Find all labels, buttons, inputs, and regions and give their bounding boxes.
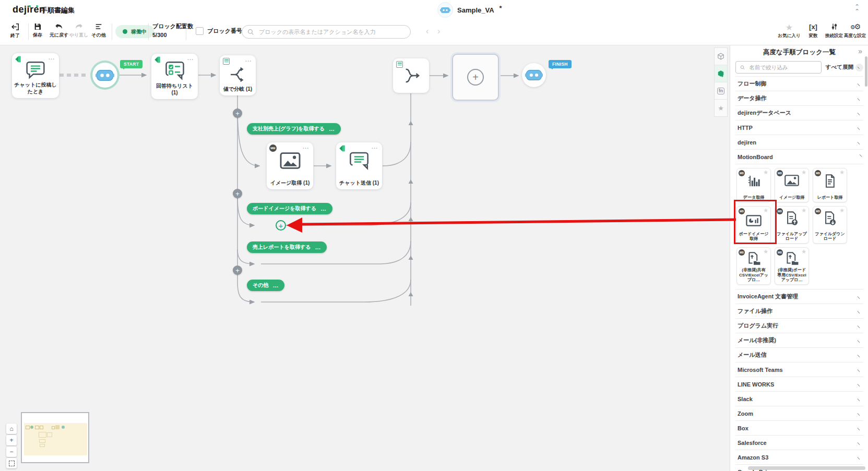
node-placeholder-selected[interactable]: + (452, 54, 499, 101)
exit-button[interactable]: 終了 (3, 22, 27, 39)
tile-file-download[interactable]: MB★ ファイルダウンロード (813, 206, 847, 244)
merge-icon (393, 67, 429, 84)
branch-pill-board-image[interactable]: ボードイメージを取得する… (247, 203, 332, 214)
next-result-icon[interactable]: › (437, 27, 440, 36)
rail-tab-favorites[interactable]: ★ (715, 100, 727, 116)
panel-search-input[interactable] (748, 64, 817, 71)
workflow-name: Sample_VA (457, 6, 494, 14)
chevron-down-icon (857, 367, 862, 372)
search-icon (740, 65, 745, 70)
panel-search (735, 61, 822, 74)
node-branch[interactable]: … 値で分岐 (1) (220, 55, 256, 95)
minimap[interactable] (21, 412, 89, 463)
pill-menu-icon[interactable]: … (320, 206, 327, 212)
pill-menu-icon[interactable]: … (315, 244, 321, 250)
panel-scrollbar-vertical[interactable] (865, 56, 867, 87)
category-http[interactable]: HTTP (735, 120, 863, 135)
chevron-down-icon (857, 426, 862, 430)
block-count-value: 5/300 (152, 31, 193, 40)
star-icon: ★ (718, 104, 724, 112)
tile-report-get[interactable]: MB★ レポート取得 (813, 168, 847, 202)
prev-result-icon[interactable]: ‹ (426, 27, 429, 36)
placeholder-plus-icon[interactable]: + (467, 69, 484, 86)
canvas-home-button[interactable]: ⌂ (6, 424, 17, 434)
category-slack[interactable]: Slack (735, 392, 863, 406)
expand-all-button[interactable]: すべて展開 (826, 64, 863, 71)
chevron-down-icon (857, 309, 862, 313)
branch-pill-other[interactable]: その他… (247, 280, 284, 291)
chevron-down-icon (857, 396, 862, 401)
tile-image-get[interactable]: MB★ イメージ取得 (775, 168, 809, 202)
star-icon[interactable]: ★ (763, 207, 768, 214)
panel-collapse-icon[interactable]: » (858, 47, 862, 55)
redo-icon (74, 22, 84, 31)
add-block-node[interactable]: + (233, 189, 242, 198)
insert-block-target[interactable]: + (276, 220, 286, 231)
category-invoiceagent[interactable]: InvoiceAgent 文書管理 (735, 289, 863, 304)
advanced-settings-button[interactable]: ⚙⚙ 高度な設定 (841, 22, 868, 39)
node-image-get[interactable]: MB … イメージ取得 (1) (267, 142, 313, 189)
block-number-search-checkbox[interactable] (196, 27, 204, 35)
block-count: ブロック配置数 5/300 (152, 22, 193, 40)
category-program-exec[interactable]: プログラム実行 (735, 319, 863, 333)
csv-upload-icon (737, 251, 770, 266)
category-zoom[interactable]: Zoom (735, 406, 863, 421)
node-merge[interactable] (393, 58, 429, 93)
node-chat-send[interactable]: … チャット送信 (1) (336, 142, 382, 189)
node-wait-list[interactable]: … 回答待ちリスト (1) (151, 54, 198, 99)
add-block-node[interactable]: + (233, 265, 242, 275)
node-menu-icon[interactable]: … (245, 55, 252, 63)
branch-pill-sales-report[interactable]: 売上レポートを取得する… (247, 241, 327, 253)
node-chat-trigger[interactable]: … チャットに投稿したとき (12, 53, 59, 98)
category-amazon-s3[interactable]: Amazon S3 (735, 450, 863, 465)
node-menu-icon[interactable]: … (371, 142, 378, 150)
chevron-down-icon (857, 81, 862, 86)
favorite-button[interactable]: ★ お気に入り (776, 22, 803, 39)
rail-tab-advanced-blocks[interactable] (715, 65, 727, 82)
category-file-ops[interactable]: ファイル操作 (735, 304, 863, 319)
zoom-in-button[interactable]: + (6, 435, 17, 445)
more-button[interactable]: その他 (87, 22, 111, 39)
category-flow-control[interactable]: フロー制御 (735, 77, 863, 91)
branch-pill-sales-graph[interactable]: 支社別売上(グラフ)を取得する… (247, 123, 341, 135)
block-search-input[interactable] (258, 28, 405, 35)
exit-icon (11, 22, 20, 31)
tile-file-upload[interactable]: MB★ ファイルアップロード (775, 206, 809, 244)
undo-icon (54, 22, 64, 31)
rail-tab-blocks[interactable] (715, 48, 727, 65)
pill-menu-icon[interactable]: … (272, 282, 279, 288)
category-dejiren[interactable]: dejiren (735, 135, 863, 150)
category-mail-deprecated[interactable]: メール(非推奨) (735, 333, 863, 348)
collapse-header-icon[interactable]: ⌃⌃ (854, 5, 860, 14)
node-menu-icon[interactable]: … (302, 142, 310, 150)
status-dot-icon (123, 29, 127, 34)
tile-data-get[interactable]: MB★ データ取得 (736, 168, 771, 202)
tile-shared-csv-excel-upload[interactable]: MB★ (非推奨)共有CSV/Excelアップロ… (736, 247, 771, 285)
start-robot-node[interactable] (92, 63, 117, 88)
gears-icon: ⚙⚙ (841, 22, 868, 32)
category-line-works[interactable]: LINE WORKS (735, 377, 863, 392)
pill-menu-icon[interactable]: … (329, 126, 335, 132)
category-motionboard[interactable]: MotionBoard (735, 150, 863, 164)
category-dejiren-db[interactable]: dejirenデータベース (735, 106, 863, 120)
panel-rail: fn ★ (714, 47, 728, 117)
save-button[interactable]: 保存 (26, 22, 50, 39)
category-box[interactable]: Box (735, 421, 863, 436)
zoom-out-button[interactable]: − (6, 446, 17, 457)
star-icon: ★ (776, 22, 803, 32)
fit-view-button[interactable] (6, 458, 17, 468)
cube-plus-icon (717, 70, 724, 77)
file-download-icon (813, 211, 847, 226)
category-salesforce[interactable]: Salesforce (735, 436, 863, 450)
category-data-ops[interactable]: データ操作 (735, 91, 863, 106)
tile-board-csv-excel-upload[interactable]: MB★ (非推奨)ボード専用CSV/Excelアップロ… (775, 247, 809, 285)
rail-tab-functions[interactable]: fn (715, 82, 727, 100)
panel-scrollbar-horizontal[interactable] (748, 466, 865, 470)
tile-board-image-get[interactable]: MB★ ボードイメージ取得 (736, 206, 771, 244)
home-icon: ⌂ (9, 425, 13, 432)
category-microsoft-teams[interactable]: Microsoft Teams (735, 363, 863, 377)
add-block-node[interactable]: + (233, 108, 242, 118)
finish-robot-node[interactable] (522, 63, 546, 87)
category-mail-send[interactable]: メール送信 (735, 348, 863, 363)
node-menu-icon[interactable]: … (48, 53, 55, 61)
